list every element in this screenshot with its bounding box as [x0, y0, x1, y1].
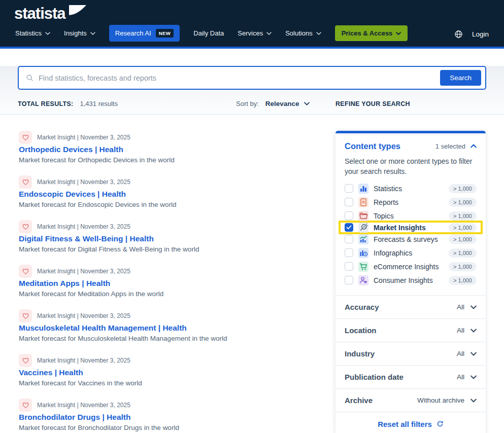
checkbox-unchecked[interactable]: [345, 211, 353, 220]
filter-panel: Content types 1 selected Select one or m…: [335, 131, 486, 433]
checkbox-unchecked[interactable]: [345, 276, 353, 284]
content-types-description: Select one or more content types to filt…: [345, 157, 477, 176]
favorite-button[interactable]: [19, 354, 32, 367]
checkbox-unchecked[interactable]: [345, 248, 353, 257]
accordion-value: All: [457, 303, 464, 311]
result-title-link[interactable]: Vaccines | Health: [19, 368, 83, 378]
result-title-link[interactable]: Orthopedic Devices | Health: [19, 145, 123, 155]
total-results: TOTAL RESULTS: 1,431 results: [18, 100, 236, 107]
result-description: Market forecast for Bronchodilator Drugs…: [19, 424, 335, 432]
main-content: Market Insight | November 3, 2025 Orthop…: [0, 115, 504, 433]
favorite-button[interactable]: [19, 131, 32, 144]
option-reports[interactable]: Reports > 1,000: [345, 195, 477, 209]
search-input[interactable]: [39, 74, 440, 82]
search-icon: [26, 74, 33, 82]
consumer-insights-icon: [358, 275, 368, 285]
chevron-down-icon: [471, 375, 477, 379]
filter-accordion-location[interactable]: Location All: [345, 319, 477, 342]
filter-accordion-publication-date[interactable]: Publication date All: [345, 366, 477, 388]
count-badge: > 1,000: [449, 211, 477, 221]
content-types-title: Content types: [345, 141, 400, 151]
menu-daily-data[interactable]: Daily Data: [193, 29, 224, 37]
sort-dropdown[interactable]: Relevance: [265, 100, 310, 107]
menu-prices-access[interactable]: Prices & Access: [335, 25, 408, 41]
result-description: Market forecast for Musculoskeletal Heal…: [19, 335, 335, 343]
search-button[interactable]: Search: [440, 70, 481, 86]
filter-accordion-archive[interactable]: Archive Without archive: [345, 389, 477, 412]
checkbox-unchecked[interactable]: [345, 198, 353, 206]
chevron-down-icon: [471, 352, 477, 356]
favorite-button[interactable]: [19, 399, 32, 412]
result-meta: Market Insight | November 3, 2025: [37, 178, 130, 186]
reset-filters-button[interactable]: Reset all filters: [345, 412, 477, 433]
result-meta: Market Insight | November 3, 2025: [37, 223, 130, 230]
option-ecommerce-insights[interactable]: eCommerce Insights > 1,000: [345, 260, 477, 273]
menu-research-ai[interactable]: Research AI NEW: [109, 25, 180, 42]
total-results-label: TOTAL RESULTS:: [18, 100, 74, 107]
checkbox-checked[interactable]: [345, 223, 353, 232]
total-results-value: 1,431 results: [80, 100, 118, 107]
topics-icon: [358, 211, 368, 221]
result-meta: Market Insight | November 3, 2025: [37, 268, 130, 275]
menu-insights[interactable]: Insights: [64, 29, 95, 37]
results-list: Market Insight | November 3, 2025 Orthop…: [19, 131, 335, 433]
chevron-down-icon: [316, 32, 321, 35]
market-insights-icon: [358, 223, 368, 233]
logo-text: statista: [14, 5, 65, 23]
globe-icon[interactable]: [454, 30, 463, 39]
result-item: Market Insight | November 3, 2025 Medita…: [19, 265, 335, 298]
result-description: Market forecast for Meditation Apps in t…: [19, 290, 335, 298]
count-badge: > 1,000: [449, 276, 477, 285]
result-title-link[interactable]: Digital Fitness & Well-Being | Health: [19, 234, 154, 244]
count-badge: > 1,000: [449, 248, 477, 258]
statista-logo[interactable]: statista: [14, 5, 86, 23]
option-consumer-insights[interactable]: Consumer Insights > 1,000: [345, 273, 477, 287]
filter-accordion-industry[interactable]: Industry All: [345, 342, 477, 365]
option-infographics[interactable]: Infographics > 1,000: [345, 246, 477, 260]
result-meta: Market Insight | November 3, 2025: [37, 402, 130, 409]
chevron-down-icon: [90, 32, 95, 35]
sort-control: Sort by: Relevance: [236, 100, 335, 107]
main-menu: Statistics Insights Research AI NEW Dail…: [15, 25, 408, 42]
result-item: Market Insight | November 3, 2025 Orthop…: [19, 131, 335, 164]
favorite-button[interactable]: [19, 175, 32, 189]
menu-solutions[interactable]: Solutions: [285, 29, 321, 37]
filter-accordion-accuracy[interactable]: Accuracy All: [345, 296, 477, 318]
result-title-link[interactable]: Endoscopic Devices | Health: [19, 189, 126, 199]
refine-your-search-title: REFINE YOUR SEARCH: [335, 100, 410, 107]
result-description: Market forecast for Endoscopic Devices i…: [19, 201, 335, 209]
count-badge: > 1,000: [449, 235, 477, 244]
favorite-button[interactable]: [19, 220, 32, 233]
statistics-icon: [358, 184, 368, 194]
option-forecasts-surveys[interactable]: Forecasts & surveys > 1,000: [345, 232, 477, 246]
checkbox-unchecked[interactable]: [345, 235, 353, 243]
result-title-link[interactable]: Bronchodilator Drugs | Health: [19, 412, 131, 422]
menu-statistics[interactable]: Statistics: [15, 29, 50, 37]
chevron-up-icon[interactable]: [471, 144, 477, 148]
infographics-icon: [358, 248, 368, 258]
result-title-link[interactable]: Meditation Apps | Health: [19, 278, 110, 288]
result-description: Market forecast for Orthopedic Devices i…: [19, 156, 335, 164]
result-item: Market Insight | November 3, 2025 Vaccin…: [19, 354, 335, 387]
checkbox-unchecked[interactable]: [345, 184, 353, 193]
chevron-down-icon: [471, 329, 477, 333]
result-description: Market forecast for Vaccines in the worl…: [19, 379, 335, 387]
result-item: Market Insight | November 3, 2025 Endosc…: [19, 175, 335, 209]
count-badge: > 1,000: [449, 262, 477, 271]
option-statistics[interactable]: Statistics > 1,000: [345, 182, 477, 195]
checkbox-unchecked[interactable]: [345, 262, 353, 271]
top-navbar: statista Statistics Insights Research AI…: [0, 0, 504, 49]
menu-services[interactable]: Services: [238, 29, 272, 37]
navbar-right: Login: [454, 30, 489, 39]
content-types-header[interactable]: Content types 1 selected: [345, 140, 477, 152]
favorite-button[interactable]: [19, 265, 32, 278]
forecasts-surveys-icon: [358, 234, 368, 244]
search-bar: Search: [18, 66, 486, 90]
result-title-link[interactable]: Musculoskeletal Health Management | Heal…: [19, 323, 187, 333]
results-meta-row: TOTAL RESULTS: 1,431 results Sort by: Re…: [0, 90, 504, 114]
content-type-options: Statistics > 1,000 Reports > 1,000 Topic…: [345, 182, 477, 287]
login-link[interactable]: Login: [472, 30, 489, 38]
result-item: Market Insight | November 3, 2025 Bronch…: [19, 399, 335, 432]
favorite-button[interactable]: [19, 309, 32, 322]
chevron-down-icon: [471, 305, 477, 309]
